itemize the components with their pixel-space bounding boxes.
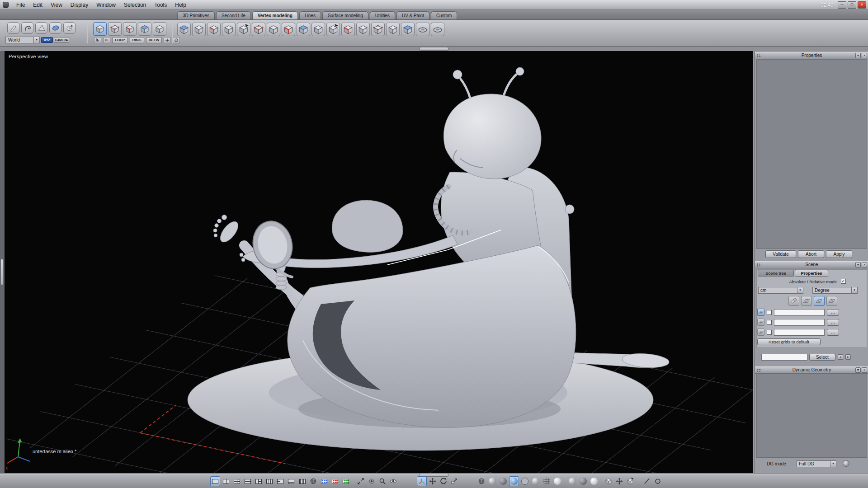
drag-grip-icon[interactable] [757,263,761,267]
clear-selection-icon[interactable] [173,37,180,43]
maximize-button[interactable]: □ [848,1,856,9]
shading-wireframe-icon[interactable] [476,476,486,486]
tab-vertex-modeling[interactable]: Vertex modeling [252,11,298,19]
dg-mode-dropdown[interactable]: Full DG ▼ [797,460,836,467]
left-dock-handle[interactable] [0,259,4,285]
panel-close-icon[interactable]: × [862,367,867,373]
xyz-mode-button[interactable]: XYZ [41,37,53,43]
close-button[interactable]: × [858,1,866,9]
grid-plane-yz-icon[interactable] [826,296,837,306]
loop-button[interactable]: LOOP [112,37,128,43]
select-all-mode-icon[interactable] [153,22,166,36]
select-face-mode-icon[interactable] [138,22,151,36]
surface-tool-icon[interactable] [35,22,47,34]
grow-selection-icon[interactable] [164,37,171,43]
shading-bright-icon[interactable] [552,476,562,486]
dynamic-geometry-titlebar[interactable]: Dynamic Geometry ▼ × [755,366,868,374]
manipulator-axis-icon[interactable] [417,476,427,486]
grid-row-1-icon[interactable] [757,309,764,316]
vm-tool-2-icon[interactable] [192,23,206,36]
dg-mode-arrow-icon[interactable]: ▼ [830,461,836,467]
pointer-select-icon[interactable] [94,37,101,43]
grid-row-2-checkbox[interactable] [767,320,772,325]
grid-plane-xz-icon[interactable] [814,296,825,306]
grid-green-icon[interactable] [341,476,351,486]
zoom-icon[interactable] [377,476,387,486]
shading-blue-wire-icon[interactable] [509,476,519,486]
scene-render[interactable]: x [5,51,753,473]
texture-checker-icon[interactable] [297,476,307,486]
vm-tool-3-icon[interactable] [207,23,221,36]
ring-button[interactable]: RING [130,37,144,43]
center-point-icon[interactable] [367,476,377,486]
layout-two-vertical-icon[interactable] [221,476,231,486]
shading-gray-icon[interactable] [487,476,497,486]
properties-panel-titlebar[interactable]: Properties ▼ × [755,52,868,59]
vm-tool-18-icon[interactable] [431,23,444,36]
collapse-arrow-icon[interactable]: ▼ [855,367,861,373]
menu-display[interactable]: Display [66,0,92,9]
tab-second-life[interactable]: Second Life [216,11,251,19]
vm-tool-4-icon[interactable] [222,23,236,36]
dg-status-sphere-icon[interactable] [843,460,849,467]
lighting-dim-icon[interactable] [578,476,588,486]
visibility-eye-icon[interactable] [388,476,398,486]
grid-row-3-checkbox[interactable] [767,330,772,335]
grid-row-3-input[interactable] [774,329,825,336]
ellipse-tool-icon[interactable] [49,22,61,34]
tab-surface-modeling[interactable]: Surface modeling [322,11,368,19]
wire-sphere-icon[interactable] [308,476,318,486]
angle-dropdown[interactable]: Degree ▼ [812,287,858,294]
menu-window[interactable]: Window [92,0,120,9]
collapse-arrow-icon[interactable]: ▼ [855,53,861,58]
grid-row-3-browse-button[interactable]: ... [827,329,839,336]
collapse-arrow-icon[interactable]: ▼ [855,262,861,267]
menu-edit[interactable]: Edit [29,0,47,9]
select-next-icon[interactable]: ▸ [845,354,851,360]
menu-help[interactable]: Help [171,0,190,9]
grid-plane-xy-icon[interactable] [801,296,812,306]
vm-tool-15-icon[interactable] [386,23,400,36]
vm-tool-8-icon[interactable] [282,23,295,36]
minimize-button[interactable]: ─ [838,1,846,9]
tab-utilities[interactable]: Utilities [370,11,395,19]
unit-dropdown-arrow-icon[interactable]: ▼ [797,287,803,293]
validate-button[interactable]: Validate [765,250,796,258]
tab-uv-paint[interactable]: UV & Paint [396,11,429,19]
select-vertex-mode-icon[interactable] [108,22,122,36]
vm-tool-6-icon[interactable] [252,23,265,36]
move-tool-icon[interactable] [428,476,438,486]
menu-view[interactable]: View [47,0,66,9]
select-prev-icon[interactable]: ◂ [838,354,843,360]
vm-tool-10-icon[interactable] [311,23,325,36]
shading-textured-icon[interactable] [542,476,552,486]
abort-button[interactable]: Abort [798,250,824,258]
tab-scene-tree[interactable]: Scene tree [758,270,794,277]
apply-button[interactable]: Apply [826,250,852,258]
panel-close-icon[interactable]: × [862,262,867,267]
world-selector-arrow-icon[interactable]: ▼ [33,37,39,43]
unit-dropdown[interactable]: cm ▼ [758,287,803,294]
menu-selection[interactable]: Selection [120,0,150,9]
vm-tool-14-icon[interactable] [371,23,385,36]
shell-tool-icon[interactable] [63,22,75,34]
shading-flat-icon[interactable] [520,476,530,486]
drag-grip-icon[interactable] [757,54,761,58]
lighting-bright-icon[interactable] [589,476,599,486]
layout-main-bottom-icon[interactable] [286,476,296,486]
menu-tools[interactable]: Tools [150,0,171,9]
layout-two-one-icon[interactable] [275,476,285,486]
lighting-default-icon[interactable] [567,476,577,486]
tab-custom[interactable]: Custom [431,11,457,19]
betw-button[interactable]: BETW [146,37,162,43]
layout-two-horizontal-icon[interactable] [243,476,253,486]
absolute-relative-checkbox[interactable]: ✓ [841,279,846,284]
dot-grid-select-icon[interactable] [103,37,110,43]
camera-mode-button[interactable]: CAMERA [54,37,69,43]
vm-tool-12-icon[interactable] [341,23,355,36]
tab-scene-properties[interactable]: Properties [795,270,828,277]
show-object-cube-icon[interactable] [604,476,613,486]
grid-row-1-browse-button[interactable]: ... [827,309,839,316]
world-selector[interactable]: World ▼ [5,37,40,43]
grid-row-1-input[interactable] [774,309,825,316]
